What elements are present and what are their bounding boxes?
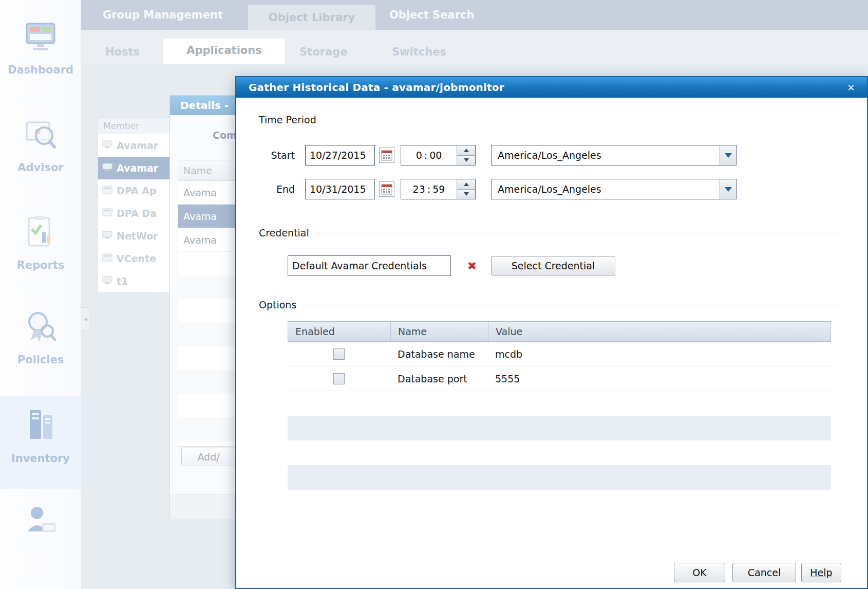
start-minute: 00 xyxy=(429,150,442,161)
ok-button[interactable]: OK xyxy=(674,563,725,582)
end-date-input[interactable] xyxy=(305,179,375,199)
end-time-spinner xyxy=(457,179,475,199)
help-button[interactable]: Help xyxy=(801,563,841,582)
options-table: Enabled Name Value Database name mcdb Da… xyxy=(288,321,831,514)
select-credential-button[interactable]: Select Credential xyxy=(491,256,615,275)
column-header-enabled: Enabled xyxy=(288,322,391,341)
start-timezone-value: America/Los_Angeles xyxy=(492,150,601,161)
options-table-header: Enabled Name Value xyxy=(288,321,831,342)
option-row-database-name[interactable]: Database name mcdb xyxy=(288,342,831,366)
end-timezone-select[interactable]: America/Los_Angeles xyxy=(491,179,737,199)
credential-row: ✖ Select Credential xyxy=(288,254,841,277)
cancel-button[interactable]: Cancel xyxy=(732,563,796,582)
empty-rows xyxy=(288,391,831,514)
start-calendar-button[interactable] xyxy=(379,148,394,163)
time-separator: : xyxy=(424,150,427,161)
credential-section: Credential xyxy=(259,226,841,240)
arrow-up-icon xyxy=(464,182,469,186)
arrow-up-icon xyxy=(464,149,469,152)
end-time-control: 23 : 59 xyxy=(401,179,476,199)
option-name: Database port xyxy=(390,373,488,384)
start-time-input[interactable]: 0 : 00 xyxy=(401,145,457,165)
spin-up-button[interactable] xyxy=(457,145,475,156)
option-value: mcdb xyxy=(488,348,831,360)
section-divider xyxy=(316,233,841,233)
end-timezone-value: America/Los_Angeles xyxy=(492,183,601,195)
end-label: End xyxy=(259,183,305,195)
chevron-down-icon xyxy=(725,187,732,192)
enabled-checkbox[interactable] xyxy=(333,348,345,360)
time-period-label: Time Period xyxy=(259,114,316,125)
time-separator: : xyxy=(427,183,430,195)
arrow-down-icon xyxy=(464,192,469,196)
spin-down-button[interactable] xyxy=(457,156,475,165)
close-icon[interactable]: ✕ xyxy=(844,81,858,95)
option-name: Database name xyxy=(390,348,488,360)
end-calendar-button[interactable] xyxy=(379,181,394,197)
end-row: End 23 : 59 America/Los_Angeles xyxy=(259,178,841,200)
section-divider xyxy=(324,120,841,120)
calendar-icon xyxy=(381,150,392,161)
dialog-title: Gather Historical Data - avamar/jobmonit… xyxy=(236,81,504,94)
enabled-checkbox[interactable] xyxy=(333,373,345,384)
time-period-section: Time Period xyxy=(259,113,841,126)
start-label: Start xyxy=(259,150,305,161)
option-row-database-port[interactable]: Database port 5555 xyxy=(288,366,831,391)
dropdown-button[interactable] xyxy=(720,145,736,165)
credential-input[interactable] xyxy=(288,255,451,276)
start-timezone-select[interactable]: America/Los_Angeles xyxy=(491,145,737,165)
calendar-icon xyxy=(381,183,392,195)
section-divider xyxy=(304,305,841,305)
option-value: 5555 xyxy=(488,373,831,384)
column-header-name: Name xyxy=(391,322,488,341)
end-hour: 23 xyxy=(413,183,425,195)
spin-up-button[interactable] xyxy=(457,179,475,190)
start-date-input[interactable] xyxy=(305,145,375,165)
dropdown-button[interactable] xyxy=(720,179,736,199)
column-header-value: Value xyxy=(488,322,831,341)
start-time-spinner xyxy=(457,145,475,165)
remove-credential-icon[interactable]: ✖ xyxy=(464,260,480,272)
screen: Dashboard Advisor Reports Policies Inven… xyxy=(0,0,868,589)
arrow-down-icon xyxy=(464,158,469,162)
dialog-titlebar: Gather Historical Data - avamar/jobmonit… xyxy=(236,77,867,98)
options-section: Options xyxy=(259,298,841,311)
start-hour: 0 xyxy=(416,150,422,161)
chevron-down-icon xyxy=(725,153,732,158)
end-time-input[interactable]: 23 : 59 xyxy=(401,179,457,199)
gather-historical-data-dialog: Gather Historical Data - avamar/jobmonit… xyxy=(235,76,868,589)
end-minute: 59 xyxy=(432,183,445,195)
start-time-control: 0 : 00 xyxy=(401,145,476,165)
start-row: Start 0 : 00 America/Los_Angeles xyxy=(259,144,841,167)
spin-down-button[interactable] xyxy=(457,190,475,199)
credential-label: Credential xyxy=(259,227,309,238)
options-label: Options xyxy=(259,299,296,310)
